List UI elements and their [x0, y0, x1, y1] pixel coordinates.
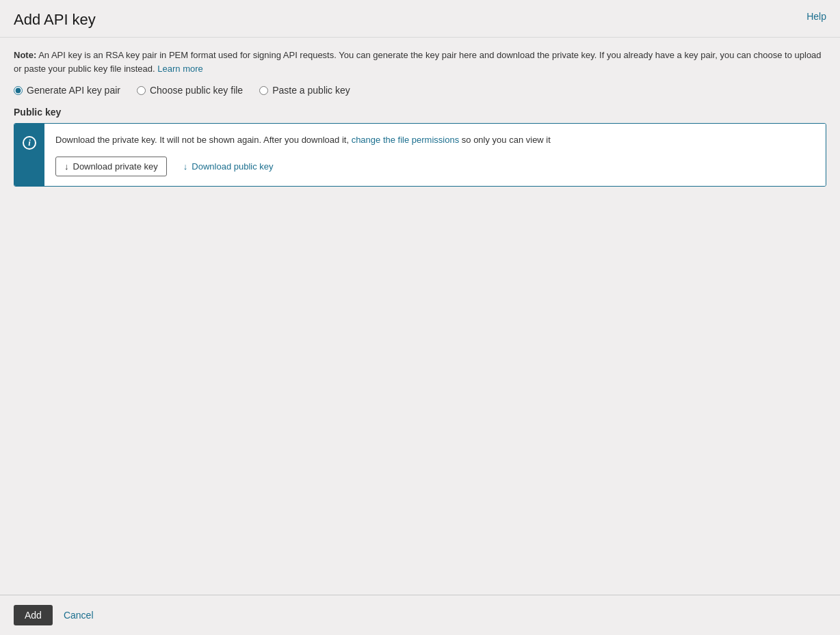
- radio-choose-label: Choose public key file: [150, 85, 243, 96]
- radio-generate-input[interactable]: [14, 86, 23, 95]
- header: Add API key Help: [0, 0, 840, 38]
- page-title: Add API key: [14, 11, 96, 29]
- radio-choose-input[interactable]: [137, 86, 146, 95]
- info-icon: i: [23, 136, 36, 150]
- radio-paste-input[interactable]: [259, 86, 268, 95]
- cancel-button[interactable]: Cancel: [64, 610, 94, 621]
- note-prefix: Note:: [14, 50, 36, 60]
- info-box-content: Download the private key. It will not be…: [44, 124, 826, 186]
- info-box-sidebar: i: [14, 124, 44, 186]
- info-message-suffix: so only you can view it: [462, 135, 551, 145]
- download-private-key-button[interactable]: ↓ Download private key: [55, 157, 167, 176]
- button-row: ↓ Download private key ↓ Download public…: [55, 157, 815, 176]
- radio-group: Generate API key pair Choose public key …: [14, 85, 826, 96]
- add-button[interactable]: Add: [14, 605, 53, 625]
- download-public-key-button[interactable]: ↓ Download public key: [175, 157, 282, 176]
- download-public-key-label: Download public key: [192, 161, 273, 172]
- radio-choose-public-key[interactable]: Choose public key file: [137, 85, 243, 96]
- info-box-message: Download the private key. It will not be…: [55, 133, 815, 147]
- radio-paste-public-key[interactable]: Paste a public key: [259, 85, 350, 96]
- main-content: Note: An API key is an RSA key pair in P…: [0, 38, 840, 595]
- download-private-icon: ↓: [64, 161, 69, 172]
- radio-paste-label: Paste a public key: [272, 85, 350, 96]
- help-link[interactable]: Help: [806, 11, 826, 22]
- learn-more-link[interactable]: Learn more: [157, 64, 202, 74]
- info-message-prefix: Download the private key. It will not be…: [55, 135, 349, 145]
- change-permissions-link[interactable]: change the file permissions: [352, 135, 460, 145]
- radio-generate-label: Generate API key pair: [27, 85, 120, 96]
- radio-generate-api-key[interactable]: Generate API key pair: [14, 85, 120, 96]
- page-wrapper: Add API key Help Note: An API key is an …: [0, 0, 840, 635]
- info-box: i Download the private key. It will not …: [14, 123, 826, 187]
- public-key-label: Public key: [14, 107, 826, 118]
- note-text: Note: An API key is an RSA key pair in P…: [14, 49, 826, 75]
- footer: Add Cancel: [0, 595, 840, 635]
- download-private-key-label: Download private key: [73, 161, 158, 172]
- public-key-section: Public key i Download the private key. I…: [14, 107, 826, 187]
- note-body: An API key is an RSA key pair in PEM for…: [14, 50, 822, 74]
- download-public-icon: ↓: [183, 161, 188, 172]
